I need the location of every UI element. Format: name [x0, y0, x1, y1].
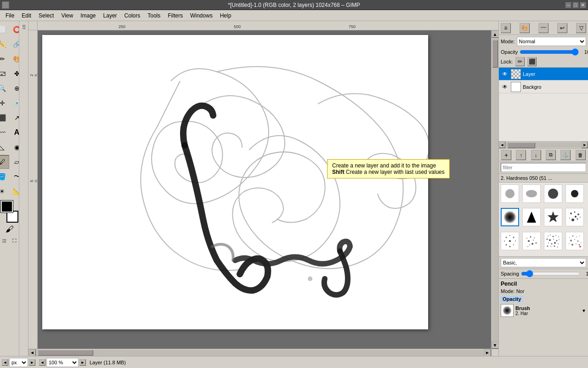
lock-pixels-btn[interactable]: ✏ — [515, 57, 525, 66]
brush-cell-9[interactable] — [501, 232, 519, 250]
paint-tool[interactable]: 🖊 — [0, 155, 9, 169]
foreground-color[interactable] — [1, 201, 13, 213]
drawing-canvas[interactable] — [42, 35, 428, 329]
brush-category-select[interactable]: Basic, Bristles Legacy — [501, 258, 586, 267]
scroll-left-arrow[interactable]: ◄ — [28, 349, 36, 356]
brush-preview-box[interactable] — [501, 304, 514, 317]
brush-cell-12[interactable] — [565, 232, 584, 250]
h-scroll-track[interactable] — [36, 350, 484, 356]
scroll-down-arrow[interactable]: ▼ — [492, 341, 499, 349]
layer-visibility-icon[interactable]: 👁 — [501, 70, 509, 78]
close-button[interactable]: ✕ — [580, 2, 586, 8]
v-scroll-thumb[interactable] — [492, 40, 498, 68]
transform-tool[interactable]: ↗ — [10, 111, 20, 125]
lock-alpha-btn[interactable]: ⬛ — [527, 57, 537, 66]
expand-tool[interactable]: ⛶ — [11, 236, 19, 245]
menu-select[interactable]: Select — [35, 12, 57, 20]
color-picker-tool[interactable]: 💉 — [10, 96, 20, 110]
layers-icon-btn[interactable]: ≡ — [501, 23, 511, 33]
layer-item-background[interactable]: 👁 Backgro — [499, 80, 588, 93]
paths-icon-btn[interactable]: 〰 — [538, 23, 548, 33]
layers-scroll-thumb[interactable] — [508, 143, 535, 148]
maximize-button[interactable]: □ — [572, 2, 579, 8]
scroll-up-arrow[interactable]: ▲ — [492, 30, 499, 38]
zoom-out-btn[interactable]: ◄ — [2, 359, 8, 366]
menu-file[interactable]: File — [2, 12, 18, 20]
v-scroll-track[interactable] — [492, 38, 498, 341]
dodge-tool[interactable]: ☀ — [0, 184, 9, 198]
bucket-fill-tool[interactable]: 🪣 — [0, 170, 9, 184]
raise-layer-btn[interactable]: ↑ — [516, 150, 526, 160]
brush-cell-10[interactable] — [522, 232, 541, 250]
anchor-layer-btn[interactable]: ⚓ — [560, 150, 571, 160]
h-scroll-thumb[interactable] — [38, 350, 93, 356]
layers-scrollbar[interactable]: ◄ ► — [499, 141, 588, 149]
minimize-button[interactable]: – — [565, 2, 571, 8]
zoom-percent-down[interactable]: ◄ — [39, 359, 45, 366]
menu-edit[interactable]: Edit — [18, 12, 35, 20]
menu-view[interactable]: View — [57, 12, 77, 20]
rect-select-tool[interactable]: ⬜ — [0, 23, 9, 36]
tool-row-6: ✛ 💉 — [0, 96, 19, 110]
brush-cell-7[interactable] — [544, 208, 562, 226]
pencil-tool[interactable]: ✏ — [0, 52, 9, 66]
delete-layer-btn[interactable]: 🗑 — [576, 150, 586, 160]
scroll-right-arrow[interactable]: ► — [484, 349, 491, 356]
menu-filters[interactable]: Filters — [164, 12, 187, 20]
perspective-tool[interactable]: ◺ — [0, 140, 9, 154]
menu-windows[interactable]: Windows — [187, 12, 216, 20]
brush-cell-2[interactable] — [522, 184, 541, 203]
layer-thumbnail-background — [511, 82, 521, 92]
lower-layer-btn[interactable]: ↓ — [531, 150, 541, 160]
fuzzy-select-tool[interactable]: 🔗 — [10, 37, 20, 51]
brush-cell-6[interactable] — [522, 208, 541, 226]
menu-image[interactable]: Image — [77, 12, 99, 20]
brush-cell-11[interactable] — [544, 232, 562, 250]
brush-cell-5[interactable] — [501, 208, 519, 226]
canvas-wrapper[interactable]: Create a new layer and add it to the ima… — [38, 30, 491, 349]
quick-mask-tool[interactable]: ◫ — [0, 236, 9, 245]
layer-item-layer[interactable]: 👁 Layer — [499, 68, 588, 80]
menu-tools[interactable]: Tools — [144, 12, 164, 20]
move-tool[interactable]: ✛ — [0, 96, 9, 110]
background-visibility-icon[interactable]: 👁 — [501, 83, 509, 91]
menu-help[interactable]: Help — [216, 12, 235, 20]
layers-scroll-right[interactable]: ► — [582, 142, 588, 148]
color-tool[interactable]: 🎨 — [10, 52, 20, 66]
channels-icon-btn[interactable]: 🎨 — [520, 23, 530, 33]
duplicate-layer-btn[interactable]: ⧉ — [546, 150, 556, 160]
undo-icon-btn[interactable]: ↩ — [557, 23, 567, 33]
free-select-tool[interactable]: ✏️ — [0, 37, 9, 51]
path-tool[interactable]: 〰 — [0, 126, 9, 139]
brush-cell-3[interactable] — [544, 184, 562, 203]
menu-layer[interactable]: Layer — [100, 12, 121, 20]
brush-cell-4[interactable] — [565, 184, 584, 203]
brush-filter-input[interactable] — [501, 163, 586, 172]
layers-scroll-left[interactable]: ◄ — [499, 142, 505, 148]
zoom-tool[interactable]: 🔍 — [0, 81, 9, 95]
smudge-tool[interactable]: 〜 — [10, 170, 20, 184]
spacing-slider[interactable] — [521, 271, 580, 276]
unit-select[interactable]: px mm in — [9, 358, 28, 367]
menu-colors[interactable]: Colors — [121, 12, 144, 20]
clone-tool[interactable]: 🖃 — [0, 67, 9, 80]
eraser-tool[interactable]: ▱ — [10, 155, 20, 169]
opacity-slider[interactable] — [520, 49, 579, 55]
brush-cell-1[interactable] — [501, 184, 519, 203]
text-tool[interactable]: A — [10, 126, 20, 139]
layers-scroll-track[interactable] — [505, 142, 582, 148]
crop-tool[interactable]: ⬛ — [0, 111, 9, 125]
ellipse-select-tool[interactable]: ⭕ — [10, 23, 20, 36]
new-layer-btn[interactable]: + — [501, 150, 511, 160]
align-tool[interactable]: ⊕ — [10, 81, 20, 95]
zoom-level-select[interactable]: 100 % 50 % 200 % — [46, 358, 79, 367]
zoom-in-btn[interactable]: ► — [29, 359, 35, 366]
heal-tool[interactable]: ✤ — [10, 67, 20, 80]
mode-select[interactable]: Normal Dissolve Multiply Screen — [517, 37, 586, 46]
panel-menu-btn[interactable]: ▽ — [576, 23, 586, 33]
measure-tool[interactable]: 📐 — [10, 184, 20, 198]
brush-arrow-icon[interactable]: ▼ — [582, 308, 586, 313]
blur-tool[interactable]: ◉ — [10, 140, 20, 154]
brush-cell-8[interactable] — [565, 208, 584, 226]
zoom-percent-up[interactable]: ► — [79, 359, 86, 366]
